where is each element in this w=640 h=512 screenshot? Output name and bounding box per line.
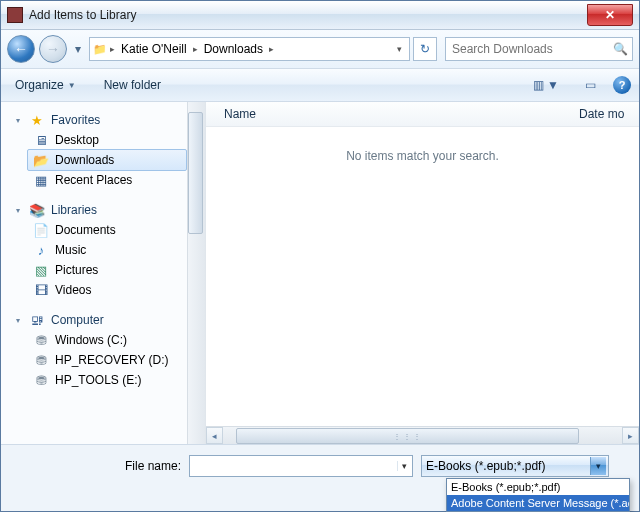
toolbar: Organize ▼ New folder ▥ ▼ ▭ ? [1,69,639,102]
tree-header-favorites[interactable]: ▾ ★ Favorites [5,110,205,130]
close-button[interactable]: ✕ [587,4,633,26]
list-body: No items match your search. [206,127,639,426]
expander-icon[interactable]: ▾ [13,316,23,325]
tree-header-libraries[interactable]: ▾ 📚 Libraries [5,200,205,220]
filename-label: File name: [11,459,181,473]
libraries-icon: 📚 [29,202,45,218]
breadcrumb-segment[interactable]: Katie O'Neill [117,42,191,56]
tree-item-documents[interactable]: 📄 Documents [5,220,205,240]
tree-item-desktop[interactable]: 🖥 Desktop [5,130,205,150]
help-button[interactable]: ? [613,76,631,94]
column-header-date[interactable]: Date mo [579,107,639,121]
tree-item-drive-c[interactable]: ⛃ Windows (C:) [5,330,205,350]
tree-item-videos[interactable]: 🎞 Videos [5,280,205,300]
breadcrumb-dropdown[interactable]: ▾ [391,44,407,54]
navpane-scrollbar[interactable] [187,102,205,444]
breadcrumb[interactable]: 📁 ▸ Katie O'Neill ▸ Downloads ▸ ▾ [89,37,410,61]
filetype-option[interactable]: Adobe Content Server Message (*.acsm) [447,495,629,511]
help-icon: ? [619,79,626,91]
chevron-right-icon: ▸ [193,44,198,54]
tree-label: Libraries [51,203,97,217]
window-title: Add Items to Library [29,8,587,22]
tree-group-computer: ▾ 🖳 Computer ⛃ Windows (C:) ⛃ HP_RECOVER… [5,310,205,390]
new-folder-button[interactable]: New folder [98,75,167,95]
column-header-name[interactable]: Name [224,107,579,121]
arrow-left-icon: ← [14,42,28,56]
tree-label: Desktop [55,133,99,147]
drive-icon: ⛃ [33,372,49,388]
document-icon: 📄 [33,222,49,238]
nav-back-button[interactable]: ← [7,35,35,63]
chevron-down-icon: ▼ [68,81,76,90]
filetype-option[interactable]: E-Books (*.epub;*.pdf) [447,479,629,495]
preview-icon: ▭ [585,78,596,92]
tree-item-recent[interactable]: ▦ Recent Places [5,170,205,190]
breadcrumb-segment[interactable]: Downloads [200,42,267,56]
drive-icon: ⛃ [33,352,49,368]
filename-field[interactable] [190,459,397,473]
nav-bar: ← → ▾ 📁 ▸ Katie O'Neill ▸ Downloads ▸ ▾ … [1,30,639,69]
filetype-dropdown-button[interactable]: ▾ [590,457,606,475]
desktop-icon: 🖥 [33,132,49,148]
refresh-button[interactable]: ↻ [413,37,437,61]
scroll-left-button[interactable]: ◂ [206,427,223,444]
toolbar-icons: ▥ ▼ ▭ ? [525,74,631,96]
nav-history-button[interactable]: ▾ [71,36,85,62]
view-mode-button[interactable]: ▥ ▼ [525,74,567,96]
scroll-right-button[interactable]: ▸ [622,427,639,444]
scrollbar-thumb[interactable] [188,112,203,234]
list-hscrollbar[interactable]: ◂ ⋮⋮⋮ ▸ [206,426,639,444]
open-file-dialog: Add Items to Library ✕ ← → ▾ 📁 ▸ Katie O… [0,0,640,512]
filetype-combobox[interactable]: E-Books (*.epub;*.pdf) ▾ [421,455,609,477]
empty-message: No items match your search. [346,149,499,163]
close-icon: ✕ [605,8,615,22]
filename-history-button[interactable]: ▾ [397,461,412,471]
recent-icon: ▦ [33,172,49,188]
search-icon: 🔍 [613,42,628,56]
scrollbar-thumb[interactable]: ⋮⋮⋮ [236,428,579,444]
tree-label: HP_TOOLS (E:) [55,373,141,387]
view-icon: ▥ [533,78,544,92]
tree-item-drive-d[interactable]: ⛃ HP_RECOVERY (D:) [5,350,205,370]
organize-label: Organize [15,78,64,92]
refresh-icon: ↻ [420,42,430,56]
tree-label: Documents [55,223,116,237]
tree-item-drive-e[interactable]: ⛃ HP_TOOLS (E:) [5,370,205,390]
column-headers: Name Date mo [206,102,639,127]
search-input[interactable]: 🔍 [445,37,633,61]
chevron-down-icon: ▾ [75,42,81,56]
chevron-down-icon: ▼ [547,78,559,92]
tree-label: HP_RECOVERY (D:) [55,353,169,367]
tree-group-favorites: ▾ ★ Favorites 🖥 Desktop 📂 Downloads ▦ Re… [5,110,205,190]
filename-input[interactable]: ▾ [189,455,413,477]
tree-item-music[interactable]: ♪ Music [5,240,205,260]
tree-label: Pictures [55,263,98,277]
expander-icon[interactable]: ▾ [13,206,23,215]
tree-header-computer[interactable]: ▾ 🖳 Computer [5,310,205,330]
expander-icon[interactable]: ▾ [13,116,23,125]
folder-icon: 📁 [92,41,108,57]
organize-button[interactable]: Organize ▼ [9,75,82,95]
videos-icon: 🎞 [33,282,49,298]
drive-icon: ⛃ [33,332,49,348]
search-field[interactable] [450,41,609,57]
dialog-body: ▾ ★ Favorites 🖥 Desktop 📂 Downloads ▦ Re… [1,102,639,444]
nav-forward-button[interactable]: → [39,35,67,63]
navigation-pane: ▾ ★ Favorites 🖥 Desktop 📂 Downloads ▦ Re… [1,102,206,444]
tree-label: Windows (C:) [55,333,127,347]
chevron-right-icon: ▸ [110,44,115,54]
computer-icon: 🖳 [29,312,45,328]
list-view: Name Date mo No items match your search.… [206,102,639,444]
chevron-right-icon: ▸ [269,44,274,54]
tree-label: Videos [55,283,91,297]
tree-label: Downloads [55,153,114,167]
list-pane: Name Date mo No items match your search.… [206,102,639,444]
preview-pane-button[interactable]: ▭ [577,75,603,95]
filetype-selected: E-Books (*.epub;*.pdf) [426,459,588,473]
filetype-dropdown-list[interactable]: E-Books (*.epub;*.pdf) Adobe Content Ser… [446,478,630,512]
music-icon: ♪ [33,242,49,258]
app-icon [7,7,23,23]
tree-item-pictures[interactable]: ▧ Pictures [5,260,205,280]
star-icon: ★ [29,112,45,128]
tree-item-downloads[interactable]: 📂 Downloads [27,149,187,171]
